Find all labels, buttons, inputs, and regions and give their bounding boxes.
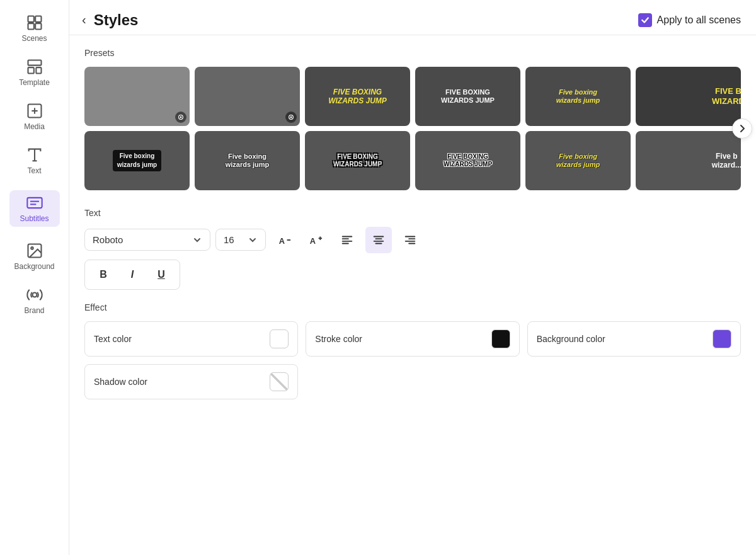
- font-size: 16: [224, 234, 234, 245]
- sidebar-item-background[interactable]: Background: [0, 234, 69, 278]
- align-left-icon: [340, 233, 354, 247]
- sidebar-item-text-label: Text: [27, 166, 41, 175]
- preset-card-2[interactable]: [195, 67, 300, 126]
- sidebar: Scenes Template Media Text Sub: [0, 0, 69, 555]
- preset-card-7[interactable]: Five boxingwizards jump: [84, 131, 190, 190]
- preset-text-12: Five bwizard...: [709, 149, 741, 173]
- size-selector[interactable]: 16: [215, 229, 266, 251]
- decrease-font-button[interactable]: A: [271, 227, 297, 253]
- background-color-label: Background color: [537, 334, 605, 344]
- shadow-color-item[interactable]: Shadow color: [84, 364, 298, 399]
- svg-rect-6: [36, 67, 41, 73]
- svg-rect-1: [35, 16, 41, 22]
- shadow-color-swatch: [270, 372, 289, 391]
- preset-card-10[interactable]: FIVE BOXINGWIZARDS JUMP: [415, 131, 520, 190]
- preset-text-11: Five boxingwizards jump: [554, 150, 603, 171]
- preset-card-6[interactable]: FIVE BWIZARD: [636, 67, 741, 126]
- sidebar-item-media-label: Media: [24, 122, 45, 131]
- svg-rect-2: [28, 23, 33, 29]
- svg-point-21: [290, 117, 292, 118]
- preset-card-5[interactable]: Five boxingwizards jump: [525, 67, 631, 126]
- sidebar-item-template-label: Template: [19, 78, 50, 87]
- sidebar-item-subtitles-label: Subtitles: [20, 214, 49, 223]
- preset-card-11[interactable]: Five boxingwizards jump: [525, 131, 631, 190]
- preset-text-4: FIVE BOXINGWIZARDS JUMP: [438, 86, 497, 107]
- font-name: Roboto: [93, 234, 123, 245]
- chevron-down-icon: [192, 235, 202, 245]
- svg-point-16: [31, 247, 33, 249]
- layout-icon: [26, 58, 43, 76]
- sidebar-item-text[interactable]: Text: [0, 139, 69, 183]
- chevron-down-size-icon: [248, 235, 258, 245]
- font-controls-row: Roboto 16 A: [84, 227, 741, 253]
- grid-2x2-icon: [26, 14, 43, 31]
- checkbox-box: [638, 13, 652, 27]
- background-color-item[interactable]: Background color: [527, 321, 741, 357]
- next-presets-button[interactable]: [732, 118, 752, 139]
- preset-card-1[interactable]: [84, 67, 190, 126]
- page-title: Styles: [94, 11, 139, 29]
- underline-button[interactable]: U: [148, 263, 175, 287]
- sidebar-item-template[interactable]: Template: [0, 50, 69, 94]
- sidebar-item-scenes-label: Scenes: [21, 34, 47, 43]
- stroke-color-label: Stroke color: [315, 334, 362, 344]
- sidebar-item-subtitles[interactable]: Subtitles: [0, 183, 69, 234]
- align-right-icon: [403, 233, 417, 247]
- presets-label: Presets: [84, 48, 741, 58]
- subtitles-icon: [26, 194, 43, 212]
- preset-card-3[interactable]: FIVE BOXINGWIZARDS JUMP: [305, 67, 410, 126]
- preset-text-10: FIVE BOXINGWIZARDS JUMP: [441, 151, 495, 171]
- svg-rect-12: [27, 198, 42, 208]
- preset-card-9[interactable]: FIVE BOXINGWIZARDS JUMP: [305, 131, 410, 190]
- increase-font-button[interactable]: A: [302, 227, 329, 253]
- preset-card-12[interactable]: Five bwizard...: [636, 131, 741, 190]
- sidebar-item-background-label: Background: [14, 262, 54, 271]
- preset-card-8[interactable]: Five boxingwizards jump: [195, 131, 300, 190]
- bold-button[interactable]: B: [90, 263, 117, 287]
- svg-rect-5: [28, 67, 33, 73]
- preset-text-9: FIVE BOXINGWIZARDS JUMP: [331, 151, 384, 171]
- font-selector[interactable]: Roboto: [84, 229, 210, 251]
- svg-rect-0: [28, 16, 33, 22]
- image-icon: [26, 242, 43, 260]
- preset-text-5: Five boxingwizards jump: [554, 86, 603, 107]
- stroke-color-swatch: [491, 329, 510, 348]
- align-right-button[interactable]: [397, 227, 423, 253]
- apply-to-all-checkbox[interactable]: Apply to all scenes: [638, 13, 741, 27]
- effect-label: Effect: [84, 302, 741, 312]
- format-row: B I U: [84, 260, 180, 290]
- svg-text:A: A: [310, 236, 316, 245]
- format-controls-row: B I U: [84, 260, 741, 290]
- effect-section: Effect Text color Stroke color Backgroun…: [84, 302, 741, 399]
- svg-point-17: [32, 293, 37, 297]
- presets-grid: FIVE BOXINGWIZARDS JUMP FIVE BOXINGWIZAR…: [84, 67, 741, 190]
- sidebar-item-brand[interactable]: Brand: [0, 278, 69, 323]
- italic-button[interactable]: I: [119, 263, 146, 287]
- text-label: Text: [84, 208, 741, 218]
- font-increase-icon: A: [309, 233, 323, 247]
- back-button[interactable]: ‹: [79, 10, 89, 30]
- text-color-swatch: [270, 329, 289, 348]
- sidebar-item-scenes[interactable]: Scenes: [0, 6, 69, 50]
- content-area: Presets FIVE BOXINGWIZARDS JUMP: [69, 35, 756, 555]
- align-left-button[interactable]: [334, 227, 360, 253]
- sidebar-item-brand-label: Brand: [24, 306, 44, 315]
- preset-text-3: FIVE BOXINGWIZARDS JUMP: [326, 85, 389, 108]
- font-decrease-icon: A: [277, 233, 291, 247]
- background-color-swatch: [713, 329, 731, 348]
- align-center-icon: [372, 233, 386, 247]
- plus-square-icon: [26, 102, 43, 120]
- main-panel: ‹ Styles Apply to all scenes Presets: [69, 0, 756, 555]
- align-center-button[interactable]: [365, 227, 392, 253]
- header-left: ‹ Styles: [79, 10, 138, 30]
- apply-to-all-label: Apply to all scenes: [657, 14, 741, 26]
- type-icon: [26, 146, 43, 164]
- svg-rect-3: [35, 23, 41, 29]
- preset-text-7: Five boxingwizards jump: [113, 150, 161, 171]
- stroke-color-item[interactable]: Stroke color: [306, 321, 519, 357]
- sidebar-item-media[interactable]: Media: [0, 94, 69, 139]
- preset-card-4[interactable]: FIVE BOXINGWIZARDS JUMP: [415, 67, 520, 126]
- text-color-item[interactable]: Text color: [84, 321, 298, 357]
- shadow-color-label: Shadow color: [94, 377, 147, 387]
- preset-text-8: Five boxingwizards jump: [223, 150, 272, 171]
